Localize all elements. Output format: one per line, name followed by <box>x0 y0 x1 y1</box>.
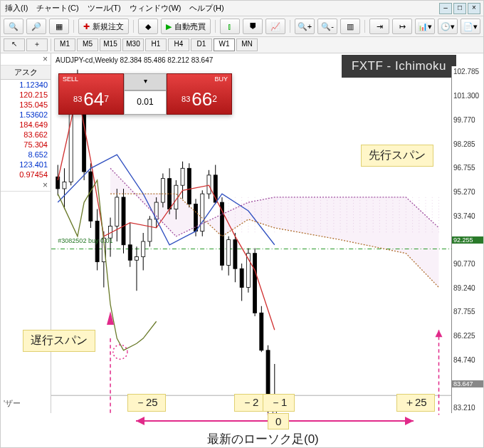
one-click-trade-panel: SELL 83 64 7 ▾ 0.01 BUY 83 66 <box>58 73 232 115</box>
crosshair-icon[interactable]: ＋ <box>26 38 48 51</box>
price-row[interactable]: 184.649 <box>1 120 51 130</box>
y-tick: 84.740 <box>452 356 483 364</box>
timeframe-m30[interactable]: M30 <box>122 38 144 51</box>
svg-rect-65 <box>148 219 152 241</box>
timeframe-m15[interactable]: M15 <box>100 38 121 51</box>
maximize-button[interactable]: □ <box>453 3 466 14</box>
new-order-button[interactable]: ✚ 新規注文 <box>78 19 129 34</box>
y-tick: 86.225 <box>452 332 483 340</box>
template-icon[interactable]: 📄▾ <box>461 19 480 34</box>
svg-rect-61 <box>135 256 138 260</box>
svg-rect-81 <box>201 194 204 231</box>
window-grid-icon[interactable]: ▦ <box>49 19 69 34</box>
svg-rect-83 <box>207 175 211 194</box>
price-row[interactable]: 135.045 <box>1 100 51 110</box>
timeframe-w1[interactable]: W1 <box>214 38 235 51</box>
svg-rect-69 <box>161 179 164 202</box>
y-tick: 83.647 <box>452 380 483 387</box>
svg-rect-55 <box>115 197 119 226</box>
magnify-minus-icon[interactable]: 🔍 <box>4 19 23 34</box>
svg-rect-39 <box>63 182 66 189</box>
timeframe-mn[interactable]: MN <box>236 38 258 51</box>
price-row[interactable]: 1.12340 <box>1 80 51 90</box>
svg-rect-89 <box>227 240 231 266</box>
shift-end-icon[interactable]: ↦ <box>392 19 412 34</box>
y-tick: 96.755 <box>452 164 483 172</box>
plus-icon: ✚ <box>83 22 90 31</box>
svg-rect-57 <box>122 197 125 245</box>
tick-zero: 0 <box>268 413 289 429</box>
svg-marker-115 <box>405 417 414 425</box>
callout-senkou: 先行スパン <box>361 145 433 167</box>
expert-advisor-icon[interactable]: ◆ <box>138 19 158 34</box>
buy-button[interactable]: BUY 83 66 2 <box>167 73 232 115</box>
nav-close-icon[interactable]: × <box>1 179 51 192</box>
chart-canvas[interactable]: #3082502 buy 0.01 <box>51 66 452 415</box>
timeframe-d1[interactable]: D1 <box>191 38 212 51</box>
y-tick: 93.740 <box>452 212 483 220</box>
volume-input[interactable]: 0.01 <box>124 90 167 115</box>
tick-minus-25: －25 <box>127 394 166 412</box>
svg-rect-75 <box>181 168 184 185</box>
menu-help[interactable]: ヘルプ(H) <box>189 3 223 14</box>
timeframe-bar: ↖ ＋ M1M5M15M30H1H4D1W1MN <box>1 37 483 53</box>
price-row[interactable]: 1.53602 <box>1 110 51 120</box>
y-tick: 89.240 <box>452 284 483 292</box>
auto-trade-button[interactable]: ▶ 自動売買 <box>161 19 211 34</box>
price-list: 1.12340120.215135.0451.53602184.64983.66… <box>1 80 51 179</box>
menubar: 挿入(I) チャート(C) ツール(T) ウィンドウ(W) ヘルプ(H) – □… <box>1 1 483 16</box>
tile-icon[interactable]: ▥ <box>340 19 360 34</box>
price-row[interactable]: 83.662 <box>1 130 51 140</box>
bar-chart-icon[interactable]: ⫿ <box>220 19 240 34</box>
chart-pane[interactable]: AUDJPY-cd,Weekly 82.384 85.486 82.212 83… <box>51 53 483 413</box>
callout-chikou: 遅行スパン <box>23 330 95 352</box>
chart-symbol-title: AUDJPY-cd,Weekly 82.384 85.486 82.212 83… <box>56 56 213 64</box>
svg-rect-97 <box>253 254 257 313</box>
magnify-plus-icon[interactable]: 🔎 <box>26 19 46 34</box>
svg-rect-91 <box>233 240 237 269</box>
svg-marker-114 <box>136 417 144 425</box>
zoom-in-icon[interactable]: 🔍+ <box>295 19 315 34</box>
price-row[interactable]: 8.652 <box>1 150 51 160</box>
price-axis: 102.785101.30099.77098.28596.75595.27093… <box>451 66 483 413</box>
svg-rect-99 <box>260 313 263 350</box>
price-row[interactable]: 0.97454 <box>1 170 51 179</box>
sell-button[interactable]: SELL 83 64 7 <box>58 73 124 115</box>
price-row[interactable]: 123.401 <box>1 160 51 170</box>
svg-marker-109 <box>435 330 442 337</box>
minimize-button[interactable]: – <box>439 3 452 14</box>
timeframe-h4[interactable]: H4 <box>168 38 189 51</box>
cursor-icon[interactable]: ↖ <box>4 38 25 51</box>
panel-close-icon[interactable]: × <box>1 53 51 66</box>
price-row[interactable]: 120.215 <box>1 90 51 100</box>
svg-text:#3082502 buy 0.01: #3082502 buy 0.01 <box>58 237 112 244</box>
line-chart-icon[interactable]: 📈 <box>265 19 285 34</box>
menu-window[interactable]: ウィンドウ(W) <box>130 3 182 14</box>
zoom-out-icon[interactable]: 🔍- <box>317 19 337 34</box>
menu-chart[interactable]: チャート(C) <box>36 3 78 14</box>
timeframe-h1[interactable]: H1 <box>145 38 167 51</box>
menu-tool[interactable]: ツール(T) <box>88 3 121 14</box>
y-tick: 87.755 <box>452 308 483 316</box>
candle-chart-icon[interactable]: ⛊ <box>243 19 263 34</box>
svg-point-112 <box>113 345 127 359</box>
play-icon: ▶ <box>166 22 172 31</box>
latest-candle-label: 最新のローソク足(0) <box>207 431 319 447</box>
window-controls: – □ × <box>439 3 480 14</box>
ask-column-header: アスク <box>1 66 51 80</box>
y-tick: 99.770 <box>452 116 483 124</box>
menu-insert[interactable]: 挿入(I) <box>5 3 28 14</box>
price-row[interactable]: 75.304 <box>1 140 51 150</box>
y-tick: 92.255 <box>452 236 483 244</box>
market-watch-panel: × アスク 1.12340120.215135.0451.53602184.64… <box>1 53 51 413</box>
tick-plus-25: ＋25 <box>396 394 435 412</box>
close-button[interactable]: × <box>468 3 480 14</box>
volume-dropdown[interactable]: ▾ <box>124 73 167 90</box>
timeframe-m1[interactable]: M1 <box>54 38 75 51</box>
indicator-list-icon[interactable]: 📊▾ <box>415 19 435 34</box>
main-toolbar: 🔍 🔎 ▦ ✚ 新規注文 ◆ ▶ 自動売買 ⫿ ⛊ 📈 🔍+ 🔍- ▥ ⇥ ↦ … <box>1 16 483 37</box>
timeframe-m5[interactable]: M5 <box>77 38 98 51</box>
scroll-end-icon[interactable]: ⇥ <box>369 19 389 34</box>
period-icon[interactable]: 🕒▾ <box>438 19 458 34</box>
svg-rect-93 <box>240 269 243 287</box>
